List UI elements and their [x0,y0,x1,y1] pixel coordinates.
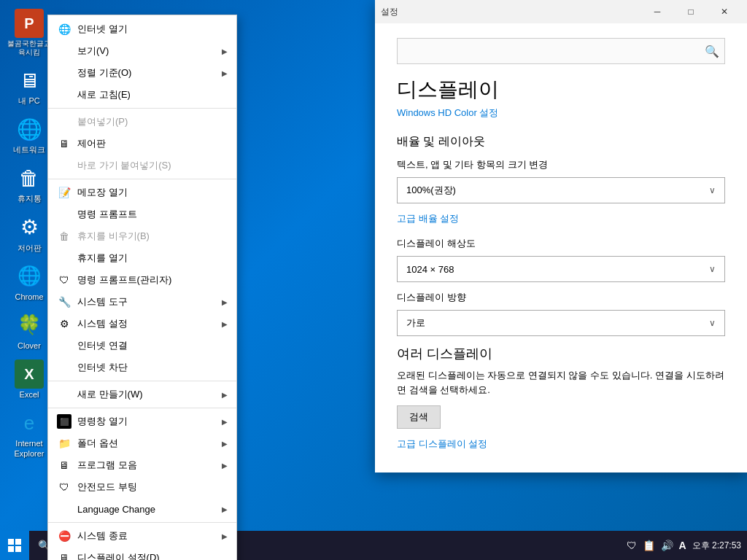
menu-item-folder-options[interactable]: 📁 폴더 옵션 ▶ [48,432,236,454]
menu-text-paste: 붙여넣기(P) [77,115,228,128]
settings-content: 🔍 디스플레이 Windows HD Color 설정 배율 및 레이아웃 텍스… [375,23,747,472]
new-arrow: ▶ [222,391,228,399]
orientation-dropdown[interactable]: 가로 ∨ [397,310,725,336]
program-collect-arrow: ▶ [222,462,228,470]
menu-item-shutdown[interactable]: ⛔ 시스템 종료 ▶ [48,525,236,547]
scale-label: 텍스트, 앱 및 기타 항목의 크기 변경 [397,158,725,171]
cmd-admin-icon: 🛡 [57,273,71,287]
recycle-label: 휴지통 [18,194,42,203]
cmd-icon [57,207,71,222]
menu-item-control[interactable]: 🖥 제어판 [48,133,236,155]
orientation-label: 디스플레이 방향 [397,291,725,304]
menu-text-lang-change: Language Change [77,504,222,515]
chrome-label: Chrome [15,292,43,302]
sys-tools-icon: 🔧 [57,295,71,309]
menu-text-display-settings: 디스플레이 설정(D) [77,551,228,560]
scale-dropdown[interactable]: 100%(권장) ∨ [397,177,725,203]
menu-item-view[interactable]: 보기(V) ▶ [48,40,236,62]
menu-text-sys-tools: 시스템 도구 [77,295,222,308]
window-controls: ─ □ ✕ [640,0,741,23]
network-icon: 🌐 [15,114,44,144]
menu-item-program-collect[interactable]: 🖥 프로그램 모음 ▶ [48,454,236,476]
recycle-open-icon [57,251,71,265]
hd-color-link[interactable]: Windows HD Color 설정 [397,106,725,120]
menu-text-program-collect: 프로그램 모음 [77,459,222,472]
separator-2 [48,179,236,179]
desktop: P 불곰국한글교육시킴 🖥 내 PC 🌐 네트워크 🗑 휴지통 ⚙ 저어판 🌐 … [0,0,747,560]
resolution-dropdown[interactable]: 747 × 560 ∨ [397,256,725,282]
search-display-button[interactable]: 검색 [397,405,441,429]
time-date: 오후 2:27:53 [692,540,741,552]
menu-item-memo[interactable]: 📝 메모장 열기 [48,182,236,203]
menu-item-cmd[interactable]: 명령 프롬프트 [48,203,236,225]
menu-item-sort[interactable]: 정렬 기준(O) ▶ [48,62,236,84]
cmd-open2-arrow: ▶ [222,418,228,426]
close-button[interactable]: ✕ [708,0,741,23]
menu-item-sys-settings[interactable]: ⚙ 시스템 설정 ▶ [48,313,236,335]
separator-4 [48,408,236,408]
menu-item-lang-change[interactable]: Language Change ▶ [48,498,236,520]
adv-display-link[interactable]: 고급 디스플레이 설정 [397,438,725,451]
menu-text-paste-shortcut: 바로 가기 붙여넣기(S) [77,159,228,172]
menu-item-sys-tools[interactable]: 🔧 시스템 도구 ▶ [48,291,236,313]
menu-text-inet-connect: 인터넷 연결 [77,339,228,352]
new-icon [57,387,71,402]
svg-rect-2 [8,546,14,552]
control2-icon: 🖥 [57,136,71,151]
maximize-button[interactable]: □ [674,0,708,23]
adv-scale-link[interactable]: 고급 배율 설정 [397,212,725,225]
svg-rect-0 [8,539,14,545]
menu-item-recycle-empty[interactable]: 🗑 휴지를 비우기(B) [48,225,236,247]
display-title: 디스플레이 [397,76,725,104]
menu-text-recycle-empty: 휴지를 비우기(B) [77,230,228,243]
menu-item-recycle-open[interactable]: 휴지를 열기 [48,247,236,269]
settings-search-input[interactable] [397,38,725,64]
resolution-value: 747 × 560 [406,264,454,275]
menu-text-cmd: 명령 프롬프트 [77,208,228,221]
menu-item-display-settings[interactable]: 🖥 디스플레이 설정(D) [48,547,236,560]
taskbar-input-method[interactable]: A [679,540,686,551]
menu-item-safemode[interactable]: 🛡 안전모드 부팅 [48,476,236,498]
menu-item-paste-shortcut[interactable]: 바로 가기 붙여넣기(S) [48,155,236,176]
paste-icon [57,114,71,129]
orientation-value: 가로 [406,316,425,330]
svg-rect-3 [15,546,21,552]
display-settings-icon: 🖥 [57,551,71,560]
mypc-label: 내 PC [18,96,39,106]
time: 오후 2:27:53 [692,540,741,552]
menu-text-sys-settings: 시스템 설정 [77,317,222,330]
menu-item-inet-connect[interactable]: 인터넷 연결 [48,335,236,357]
settings-search: 🔍 [397,38,725,64]
minimize-button[interactable]: ─ [640,0,674,23]
start-button[interactable] [0,531,29,560]
folder-options-icon: 📁 [57,436,71,451]
menu-text-control: 제어판 [77,137,228,150]
menu-text-memo: 메모장 열기 [77,186,228,199]
scale-dropdown-arrow: ∨ [709,185,716,195]
menu-text-open-internet: 인터넷 열기 [77,23,228,36]
menu-item-inet-block[interactable]: 인터넷 차단 [48,357,236,378]
folder-options-arrow: ▶ [222,440,228,448]
internet-icon: 🌐 [57,22,71,36]
shutdown-arrow: ▶ [222,532,228,540]
menu-item-paste[interactable]: 붙여넣기(P) [48,111,236,133]
refresh-icon [57,88,71,102]
multi-display-title: 여러 디스플레이 [397,345,725,362]
ie-icon: e [15,408,44,438]
menu-item-cmd-admin[interactable]: 🛡 명령 프롬프트(관리자) [48,269,236,291]
taskbar-shield-icon: 🛡 [627,540,637,551]
context-menu: 🌐 인터넷 열기 보기(V) ▶ 정렬 기준(O) ▶ 새로 고침(E) 붙여넣… [47,15,237,560]
view-arrow: ▶ [222,47,228,55]
svg-rect-1 [15,539,21,545]
settings-window: 설정 ─ □ ✕ 🔍 디스플레이 Windows HD Color 설정 배율 … [375,0,747,472]
menu-item-cmd-open2[interactable]: ⬛ 명령창 열기 ▶ [48,411,236,432]
separator-1 [48,108,236,109]
menu-item-open-internet[interactable]: 🌐 인터넷 열기 [48,18,236,40]
sys-settings-icon: ⚙ [57,316,71,331]
inet-block-icon [57,360,71,375]
lang-change-icon [57,502,71,516]
control-icon: ⚙ [15,213,44,242]
menu-item-new[interactable]: 새로 만들기(W) ▶ [48,384,236,405]
menu-item-refresh[interactable]: 새로 고침(E) [48,84,236,106]
safemode-icon: 🛡 [57,480,71,494]
